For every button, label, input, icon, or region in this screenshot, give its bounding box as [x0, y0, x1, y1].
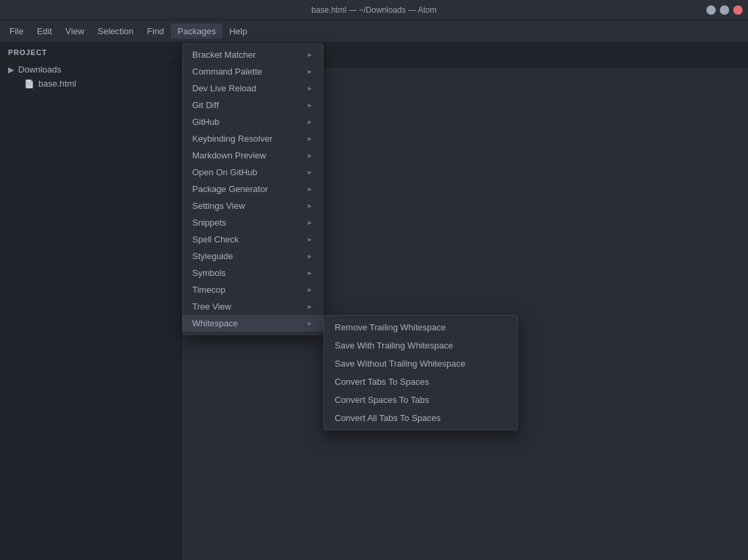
- submenu-item-convert-spaces-to-tabs[interactable]: Convert Spaces To Tabs: [324, 391, 517, 409]
- submenu-arrow-icon: ►: [306, 118, 313, 126]
- file-icon: 📄: [24, 79, 34, 89]
- menu-item-github[interactable]: GitHub ►: [183, 113, 323, 130]
- menu-item-label: Snippets: [192, 218, 226, 228]
- submenu-arrow-icon: ►: [306, 68, 313, 75]
- menu-item-symbols[interactable]: Symbols ►: [183, 265, 323, 281]
- submenu-arrow-icon: ►: [306, 51, 313, 58]
- submenu-item-save-without-trailing[interactable]: Save Without Trailing Whitespace: [324, 355, 517, 373]
- submenu-item-convert-tabs-to-spaces[interactable]: Convert Tabs To Spaces: [324, 373, 517, 391]
- menu-item-label: Package Generator: [192, 184, 268, 194]
- submenu-arrow-icon: ►: [306, 219, 313, 226]
- menu-item-label: Tree View: [192, 301, 231, 312]
- submenu-arrow-icon: ►: [306, 135, 313, 142]
- menu-bar: File Edit View Selection Find Packages H…: [0, 20, 748, 43]
- menu-item-label: Styleguide: [192, 251, 233, 261]
- menu-item-markdown-preview[interactable]: Markdown Preview ►: [183, 147, 323, 164]
- close-button[interactable]: ×: [733, 5, 743, 15]
- submenu-arrow-icon: ►: [306, 236, 313, 243]
- folder-label: Downloads: [18, 64, 61, 75]
- menu-item-command-palette[interactable]: Command Palette ►: [183, 63, 323, 80]
- menu-item-git-diff[interactable]: Git Diff ►: [183, 97, 323, 113]
- menu-item-label: Settings View: [192, 201, 245, 211]
- window-title: base.html — ~/Downloads — Atom: [311, 5, 436, 15]
- menu-item-label: Open On GitHub: [192, 167, 257, 177]
- submenu-item-label: Save Without Trailing Whitespace: [335, 359, 465, 369]
- menu-packages[interactable]: Packages: [171, 24, 222, 39]
- menu-item-label: Bracket Matcher: [192, 50, 256, 60]
- submenu-item-convert-all-tabs-to-spaces[interactable]: Convert All Tabs To Spaces: [324, 409, 517, 427]
- menu-item-tree-view[interactable]: Tree View ►: [183, 298, 323, 315]
- main-layout: Project ▶ Downloads 📄 base.html base.htm…: [0, 43, 748, 560]
- submenu-item-label: Save With Trailing Whitespace: [335, 340, 453, 351]
- menu-item-label: Command Palette: [192, 66, 262, 77]
- tree-file-basehtml[interactable]: 📄 base.html: [0, 77, 181, 91]
- maximize-button[interactable]: □: [720, 5, 729, 15]
- file-label: base.html: [38, 79, 76, 89]
- menu-file[interactable]: File: [3, 24, 30, 39]
- menu-item-label: Timecop: [192, 285, 225, 295]
- menu-item-timecop[interactable]: Timecop ►: [183, 281, 323, 298]
- menu-item-label: Git Diff: [192, 100, 219, 110]
- menu-item-label: Symbols: [192, 268, 226, 278]
- submenu-arrow-icon: ►: [306, 252, 313, 260]
- menu-item-styleguide[interactable]: Styleguide ►: [183, 248, 323, 265]
- submenu-arrow-icon: ►: [306, 85, 313, 92]
- menu-item-label: Whitespace: [192, 318, 238, 328]
- menu-item-keybinding-resolver[interactable]: Keybinding Resolver ►: [183, 130, 323, 147]
- menu-item-spell-check[interactable]: Spell Check ►: [183, 231, 323, 248]
- submenu-item-label: Remove Trailing Whitespace: [335, 322, 446, 332]
- minimize-button[interactable]: −: [706, 5, 716, 15]
- menu-item-dev-live-reload[interactable]: Dev Live Reload ►: [183, 80, 323, 97]
- menu-view[interactable]: View: [58, 24, 91, 39]
- menu-item-label: Dev Live Reload: [192, 83, 256, 93]
- menu-selection[interactable]: Selection: [91, 24, 140, 39]
- submenu-arrow-icon: ►: [306, 303, 313, 310]
- menu-item-bracket-matcher[interactable]: Bracket Matcher ►: [183, 46, 323, 63]
- menu-help[interactable]: Help: [222, 24, 254, 39]
- menu-item-label: Keybinding Resolver: [192, 134, 272, 144]
- menu-item-label: Spell Check: [192, 234, 239, 244]
- submenu-arrow-icon: ►: [306, 286, 313, 293]
- submenu-item-save-with-trailing[interactable]: Save With Trailing Whitespace: [324, 336, 517, 355]
- menu-item-package-generator[interactable]: Package Generator ►: [183, 181, 323, 197]
- tree-folder-downloads[interactable]: ▶ Downloads: [0, 62, 181, 77]
- submenu-arrow-icon: ►: [306, 169, 313, 176]
- submenu-item-label: Convert Tabs To Spaces: [335, 377, 429, 387]
- submenu-item-remove-trailing[interactable]: Remove Trailing Whitespace: [324, 318, 517, 336]
- submenu-arrow-icon: ►: [306, 185, 313, 193]
- sidebar-header: Project: [0, 43, 181, 62]
- menu-item-snippets[interactable]: Snippets ►: [183, 214, 323, 231]
- sidebar: Project ▶ Downloads 📄 base.html: [0, 43, 181, 560]
- whitespace-submenu: Remove Trailing Whitespace Save With Tra…: [323, 315, 518, 430]
- menu-item-label: GitHub: [192, 117, 219, 127]
- submenu-arrow-icon: ►: [306, 152, 313, 159]
- menu-item-settings-view[interactable]: Settings View ►: [183, 197, 323, 214]
- submenu-item-label: Convert Spaces To Tabs: [335, 395, 429, 405]
- submenu-item-label: Convert All Tabs To Spaces: [335, 413, 441, 423]
- submenu-arrow-icon: ►: [306, 202, 313, 209]
- menu-item-whitespace[interactable]: Whitespace ►: [183, 315, 323, 332]
- window-controls: − □ ×: [706, 5, 743, 15]
- menu-item-label: Markdown Preview: [192, 150, 266, 160]
- folder-arrow-icon: ▶: [8, 65, 14, 75]
- submenu-arrow-icon: ►: [306, 269, 313, 277]
- submenu-arrow-icon: ►: [306, 101, 313, 109]
- menu-item-open-on-github[interactable]: Open On GitHub ►: [183, 164, 323, 181]
- menu-edit[interactable]: Edit: [30, 24, 58, 39]
- packages-menu: Bracket Matcher ► Command Palette ► Dev …: [182, 43, 323, 335]
- title-bar: base.html — ~/Downloads — Atom − □ ×: [0, 0, 748, 20]
- menu-find[interactable]: Find: [140, 24, 171, 39]
- submenu-arrow-icon: ►: [306, 320, 313, 327]
